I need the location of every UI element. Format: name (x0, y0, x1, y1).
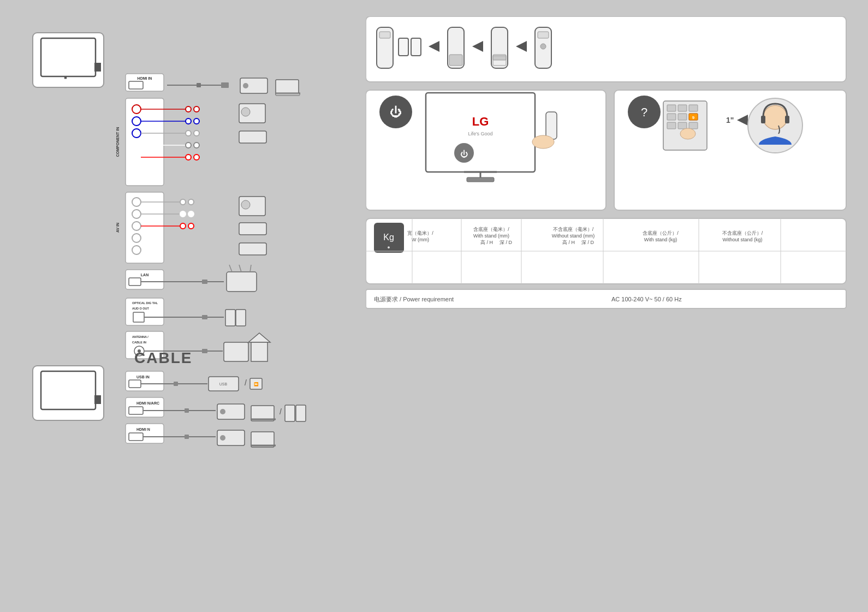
svg-rect-177 (785, 116, 789, 123)
svg-text:不含底座（毫米）/: 不含底座（毫米）/ (553, 227, 594, 232)
svg-rect-168 (689, 122, 698, 129)
svg-point-33 (186, 142, 191, 148)
svg-text:LAN: LAN (141, 273, 148, 277)
svg-rect-79 (236, 310, 246, 326)
svg-text:⏻: ⏻ (460, 150, 468, 158)
cable-text-label: CABLE (134, 349, 192, 367)
connection-diagram: ■ HDMI IN COMPONENT IN (16, 16, 366, 480)
svg-point-45 (132, 222, 141, 230)
svg-rect-108 (185, 408, 189, 413)
svg-point-18 (132, 105, 141, 114)
svg-text:⏩: ⏩ (254, 382, 259, 387)
svg-rect-151 (467, 177, 494, 182)
svg-point-171 (680, 128, 695, 139)
svg-text:⏻: ⏻ (390, 105, 402, 119)
svg-rect-87 (224, 342, 248, 361)
svg-point-24 (186, 106, 191, 112)
svg-rect-121 (185, 435, 189, 439)
svg-rect-97 (174, 382, 178, 386)
svg-rect-78 (225, 310, 235, 326)
svg-point-47 (132, 246, 141, 254)
main-container: ■ HDMI IN COMPONENT IN (0, 0, 868, 612)
svg-text:With stand (mm): With stand (mm) (473, 233, 509, 239)
svg-text:1": 1" (726, 116, 734, 124)
svg-rect-89 (251, 342, 267, 361)
svg-point-31 (194, 130, 199, 136)
svg-text:W (mm): W (mm) (412, 237, 429, 242)
svg-text:■: ■ (64, 75, 67, 80)
svg-rect-161 (678, 105, 687, 111)
svg-rect-95 (129, 380, 141, 388)
svg-rect-74 (133, 312, 144, 322)
svg-text:USB IN: USB IN (136, 375, 150, 379)
svg-text:高 / H: 高 / H (562, 240, 575, 245)
svg-text:Without stand (kg): Without stand (kg) (722, 237, 762, 242)
svg-point-142 (540, 44, 546, 49)
svg-text:HDMI IN: HDMI IN (138, 76, 152, 80)
svg-rect-10 (221, 82, 229, 88)
svg-point-20 (132, 129, 141, 138)
svg-point-124 (220, 435, 225, 441)
svg-text:OPTICAL DIG TAL: OPTICAL DIG TAL (132, 301, 158, 305)
svg-text:AV IN: AV IN (116, 223, 120, 233)
svg-rect-8 (197, 83, 201, 87)
svg-text:?: ? (641, 105, 647, 119)
svg-rect-92 (94, 395, 101, 404)
svg-text:Without stand (mm): Without stand (mm) (552, 233, 595, 239)
svg-point-53 (188, 211, 194, 217)
svg-rect-141 (538, 32, 549, 38)
svg-text:9: 9 (692, 115, 695, 120)
svg-point-34 (194, 142, 199, 148)
svg-point-27 (186, 118, 191, 124)
svg-rect-91 (41, 371, 96, 409)
svg-point-28 (194, 118, 199, 124)
svg-text:Life's Good: Life's Good (468, 131, 492, 136)
svg-rect-152 (546, 112, 557, 139)
svg-text:电源要求 / Power requirement: 电源要求 / Power requirement (374, 296, 454, 302)
svg-line-70 (250, 265, 251, 272)
svg-rect-131 (411, 38, 421, 56)
svg-rect-6 (129, 81, 143, 89)
svg-text:AC 100-240 V~ 50 / 60 Hz: AC 100-240 V~ 50 / 60 Hz (611, 296, 682, 302)
svg-rect-116 (296, 405, 306, 421)
svg-rect-130 (399, 38, 408, 56)
svg-rect-2 (94, 63, 101, 72)
svg-text:含底座（毫米）/: 含底座（毫米）/ (473, 227, 509, 232)
svg-rect-40 (239, 131, 266, 143)
svg-rect-41 (126, 192, 164, 263)
svg-rect-176 (761, 116, 765, 123)
svg-rect-167 (678, 122, 687, 129)
svg-point-50 (188, 199, 194, 205)
svg-text:深 / D: 深 / D (581, 240, 594, 245)
svg-marker-88 (248, 333, 270, 342)
svg-rect-1 (41, 38, 96, 76)
svg-point-111 (220, 409, 225, 414)
svg-line-68 (229, 265, 232, 272)
svg-point-44 (132, 210, 141, 218)
svg-line-69 (239, 265, 241, 272)
svg-point-37 (194, 155, 199, 160)
svg-rect-166 (667, 122, 676, 129)
svg-point-58 (241, 200, 250, 209)
svg-text:深 / D: 深 / D (500, 240, 513, 245)
svg-point-43 (132, 198, 141, 206)
svg-point-36 (186, 155, 191, 160)
svg-point-153 (532, 135, 554, 148)
svg-rect-138 (493, 56, 506, 60)
svg-rect-85 (202, 349, 207, 353)
cable-label: CABLE IN (132, 341, 146, 344)
svg-point-39 (241, 108, 250, 116)
svg-rect-63 (129, 278, 141, 286)
svg-rect-76 (202, 315, 207, 319)
svg-rect-65 (202, 280, 207, 284)
svg-rect-15 (276, 93, 300, 96)
svg-text:含底座（公斤）/: 含底座（公斤）/ (643, 230, 679, 236)
svg-rect-119 (129, 433, 143, 441)
svg-point-175 (763, 105, 787, 129)
svg-text:COMPONENT IN: COMPONENT IN (116, 127, 120, 157)
svg-text:高 / H: 高 / H (480, 240, 493, 245)
svg-rect-164 (678, 114, 687, 120)
svg-text:LG: LG (472, 115, 489, 128)
svg-point-46 (132, 234, 141, 242)
svg-point-49 (180, 199, 186, 205)
